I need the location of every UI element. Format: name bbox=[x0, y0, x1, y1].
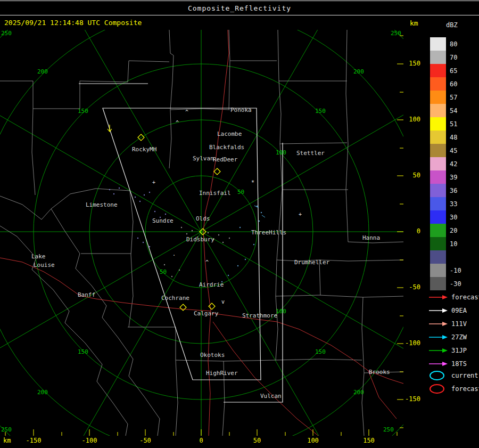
bottom-axis-tick: 0 bbox=[185, 437, 217, 444]
colorbar-entry: 39 bbox=[430, 170, 465, 184]
right-axis-tick: -100 bbox=[403, 339, 420, 347]
town-label-sylvan: Sylvan bbox=[193, 155, 214, 162]
point-marker: * bbox=[251, 180, 254, 185]
legend-item-111v: 111V bbox=[429, 318, 467, 330]
colorbar-swatch bbox=[430, 224, 446, 237]
radar-map: ^ ^ * + ^ v + . 250 200 150 250 200 150 … bbox=[0, 30, 403, 436]
colorbar-entry-label: 51 bbox=[450, 120, 465, 128]
colorbar-entry-label: 80 bbox=[450, 40, 465, 48]
colorbar-entry: 54 bbox=[430, 104, 465, 117]
range-label: 50 bbox=[160, 268, 167, 275]
bottom-axis-unit: km bbox=[3, 437, 11, 444]
town-label-threehills: ThreeHills bbox=[251, 229, 286, 236]
right-axis-unit: km bbox=[410, 19, 418, 27]
colorbar-entry-label: 39 bbox=[450, 174, 465, 181]
colorbar-entry-label: -10 bbox=[450, 267, 465, 274]
bottom-axis-tick: -100 bbox=[73, 437, 105, 444]
current-cell-ellipse-icon bbox=[429, 370, 448, 381]
town-label-cochrane: Cochrane bbox=[161, 295, 189, 302]
bottom-axis-tick: -50 bbox=[129, 437, 161, 444]
colorbar-entry: -10 bbox=[430, 264, 465, 277]
colorbar-entry-label: -30 bbox=[450, 280, 465, 288]
colorbar-swatch bbox=[430, 250, 446, 264]
colorbar-swatch bbox=[430, 51, 446, 64]
point-marker: + bbox=[299, 211, 302, 217]
range-label: 150 bbox=[315, 348, 326, 355]
point-marker: ^ bbox=[176, 120, 179, 126]
colorbar-swatch bbox=[430, 170, 446, 184]
bottom-axis-tick: -150 bbox=[18, 437, 49, 444]
right-axis-tick: -50 bbox=[403, 283, 420, 291]
colorbar-entry-label: 65 bbox=[450, 67, 465, 75]
point-marker: ^ bbox=[185, 109, 188, 115]
colorbar-entry: 20 bbox=[430, 224, 465, 237]
town-label-okotoks: Okotoks bbox=[200, 352, 225, 359]
colorbar-entry: 42 bbox=[430, 157, 465, 170]
colorbar-unit-label: dBZ bbox=[446, 21, 458, 29]
town-label-airdrie: Airdrie bbox=[199, 281, 224, 288]
range-label: 150 bbox=[315, 108, 326, 115]
map-canvas: ^ ^ * + ^ v + . 250 200 150 250 200 150 … bbox=[0, 30, 403, 436]
town-label-hanna: Hanna bbox=[362, 234, 380, 241]
forecast-arrow-icon bbox=[429, 294, 448, 300]
town-label-highriver: HighRiver bbox=[206, 370, 238, 377]
range-label: 250 bbox=[383, 426, 394, 433]
legend-item-label: 31JP bbox=[451, 347, 467, 354]
colorbar-swatch bbox=[430, 237, 446, 250]
town-label-innisfail: Innisfail bbox=[199, 190, 231, 197]
town-label-louise: Louise bbox=[34, 262, 55, 268]
town-label-olds: Olds bbox=[196, 215, 210, 222]
point-marker: + bbox=[152, 180, 155, 185]
town-label-vulcan: Vulcan bbox=[260, 393, 282, 400]
colorbar-swatch bbox=[430, 184, 446, 197]
town-label-rockymh: RockyMH bbox=[132, 146, 156, 153]
colorbar-swatch bbox=[430, 77, 446, 91]
forecast-cell-ellipse-icon bbox=[429, 384, 448, 394]
town-label-stettler: Stettler bbox=[296, 150, 325, 157]
colorbar-entry: 30 bbox=[430, 210, 465, 224]
colorbar-swatch bbox=[430, 91, 446, 104]
point-marker: . bbox=[172, 251, 176, 257]
legend-item-current: current bbox=[429, 370, 478, 381]
range-label: 150 bbox=[78, 348, 88, 355]
town-label-banff: Banff bbox=[78, 291, 95, 298]
colorbar: 80 70 65 60 57 54 51 48 45 42 39 36 33 3… bbox=[430, 37, 465, 290]
town-label-lake: Lake bbox=[31, 253, 46, 260]
range-label: 200 bbox=[353, 389, 364, 396]
point-markers: ^ ^ * + ^ v + . bbox=[152, 109, 302, 305]
storm-track-arrow-icon bbox=[429, 321, 448, 327]
town-label-sundre: Sundre bbox=[152, 217, 174, 224]
colorbar-entry-label: 36 bbox=[450, 187, 465, 194]
colorbar-entry: -30 bbox=[430, 277, 465, 290]
colorbar-entry-label: 70 bbox=[450, 54, 465, 61]
right-axis-tick: 50 bbox=[403, 172, 420, 179]
polar-grid bbox=[0, 30, 403, 436]
colorbar-entry-label: 10 bbox=[450, 240, 465, 248]
town-labels: Ponoka Lacombe Blackfalds Sylvan RedDeer… bbox=[31, 107, 390, 400]
colorbar-swatch bbox=[430, 104, 446, 117]
right-axis-tick: 100 bbox=[403, 116, 420, 123]
legend-item-label: 111V bbox=[451, 320, 467, 328]
range-label: 150 bbox=[78, 108, 88, 115]
range-label: 250 bbox=[1, 30, 12, 37]
legend-item-label: forecast bbox=[451, 385, 479, 393]
colorbar-entry-label: 45 bbox=[450, 147, 465, 154]
right-axis-tick: 150 bbox=[403, 60, 420, 67]
colorbar-swatch bbox=[430, 64, 446, 77]
legend-item-label: 27ZW bbox=[451, 333, 467, 341]
colorbar-swatch bbox=[430, 37, 446, 51]
range-label: 250 bbox=[1, 426, 12, 433]
colorbar-swatch bbox=[430, 117, 446, 131]
bottom-axis-tick: 100 bbox=[297, 437, 329, 444]
bottom-axis-tick: 50 bbox=[241, 437, 273, 444]
legend-item-label: 18TS bbox=[451, 360, 467, 368]
colorbar-entry: 60 bbox=[430, 77, 465, 91]
colorbar-entry: 80 bbox=[430, 37, 465, 51]
site-marker-diamond bbox=[180, 304, 186, 311]
legend-item-31jp: 31JP bbox=[429, 345, 467, 356]
site-marker-arrow bbox=[108, 125, 112, 132]
colorbar-entry: 10 bbox=[430, 237, 465, 250]
colorbar-entry-label: 30 bbox=[450, 214, 465, 221]
town-label-blackfalds: Blackfalds bbox=[209, 144, 244, 151]
range-label: 200 bbox=[37, 68, 48, 75]
